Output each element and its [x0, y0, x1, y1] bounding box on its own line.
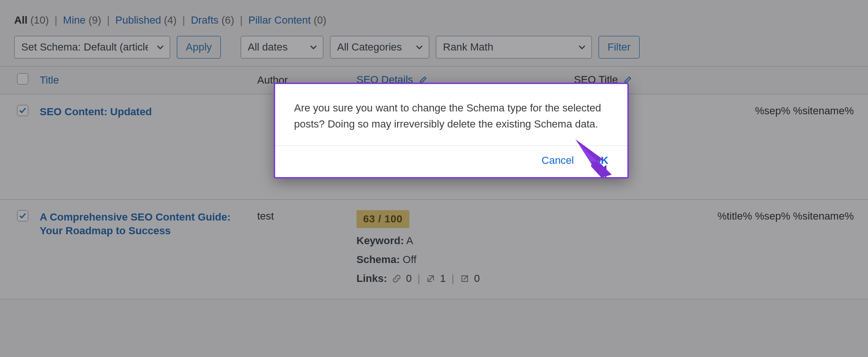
ok-button[interactable]: OK — [593, 154, 608, 167]
cancel-button[interactable]: Cancel — [542, 154, 574, 167]
confirm-dialog: Are you sure you want to change the Sche… — [274, 83, 629, 178]
dialog-actions: Cancel OK — [275, 146, 627, 177]
dialog-message: Are you sure you want to change the Sche… — [275, 84, 627, 146]
